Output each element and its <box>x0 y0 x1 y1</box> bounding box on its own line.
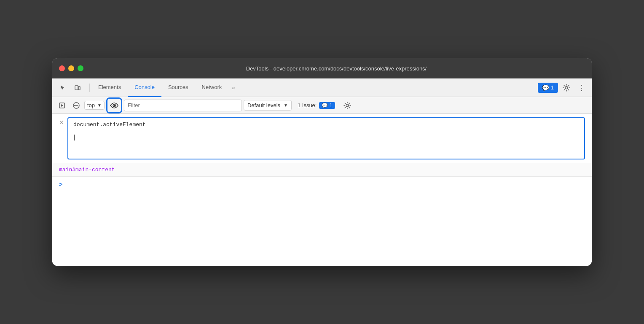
close-expression-button[interactable]: ✕ <box>59 119 64 126</box>
toolbar-icons <box>56 81 84 94</box>
filter-input[interactable] <box>124 100 242 111</box>
tab-console[interactable]: Console <box>128 78 161 97</box>
tab-divider <box>89 84 90 92</box>
console-main: ✕ document.activeElement main#main-conte… <box>52 114 592 266</box>
tab-right-icons: 💬 1 ⋮ <box>538 81 588 94</box>
inspect-element-button[interactable] <box>56 81 69 94</box>
tab-elements[interactable]: Elements <box>91 78 128 97</box>
more-options-button[interactable]: ⋮ <box>575 81 588 94</box>
console-input[interactable] <box>65 181 585 188</box>
log-levels-button[interactable]: Default levels ▼ <box>244 100 292 111</box>
minimize-traffic-light[interactable] <box>68 65 74 71</box>
settings-button[interactable] <box>560 81 573 94</box>
tab-bar: Elements Console Sources Network » 💬 1 <box>52 78 592 97</box>
expression-code: document.activeElement <box>73 122 579 128</box>
tab-sources[interactable]: Sources <box>161 78 195 97</box>
maximize-traffic-light[interactable] <box>78 65 83 71</box>
device-toolbar-button[interactable] <box>71 81 84 94</box>
svg-point-2 <box>565 86 568 89</box>
live-expression-row: ✕ document.activeElement <box>52 114 592 163</box>
live-expression-wrapper <box>106 97 122 113</box>
title-bar: DevTools - developer.chrome.com/docs/dev… <box>52 58 592 78</box>
close-traffic-light[interactable] <box>59 65 65 71</box>
live-expression-button[interactable] <box>106 97 122 113</box>
expression-result: main#main-content <box>59 167 115 173</box>
issue-count-display: 1 Issue: 💬 1 <box>293 100 339 111</box>
expression-result-row: main#main-content <box>52 163 592 177</box>
clear-console-button[interactable] <box>70 99 83 112</box>
svg-point-8 <box>346 104 349 107</box>
context-dropdown-arrow: ▼ <box>97 103 102 108</box>
console-prompt-row: > <box>52 177 592 192</box>
text-cursor <box>74 135 75 140</box>
console-toolbar: top ▼ Default levels ▼ 1 Issu <box>52 97 592 114</box>
context-selector[interactable]: top ▼ <box>84 101 105 110</box>
prompt-arrow: > <box>59 181 62 188</box>
console-settings-button[interactable] <box>341 99 354 112</box>
tab-more[interactable]: » <box>228 78 238 97</box>
svg-rect-1 <box>78 86 80 90</box>
issue-chat-icon: 💬 <box>542 84 549 91</box>
traffic-lights <box>59 65 83 71</box>
run-snippet-button[interactable] <box>56 99 68 112</box>
issue-count-icon: 💬 1 <box>319 102 335 109</box>
issues-badge[interactable]: 💬 1 <box>538 83 558 93</box>
svg-rect-0 <box>75 86 78 90</box>
svg-point-7 <box>113 105 115 106</box>
expression-cursor-line <box>73 135 579 140</box>
devtools-window: DevTools - developer.chrome.com/docs/dev… <box>52 58 592 266</box>
window-title: DevTools - developer.chrome.com/docs/dev… <box>88 65 585 72</box>
expression-editor[interactable]: document.activeElement <box>67 117 585 159</box>
context-label: top <box>87 102 95 108</box>
tab-network[interactable]: Network <box>195 78 229 97</box>
devtools-panel: Elements Console Sources Network » 💬 1 <box>52 78 592 266</box>
